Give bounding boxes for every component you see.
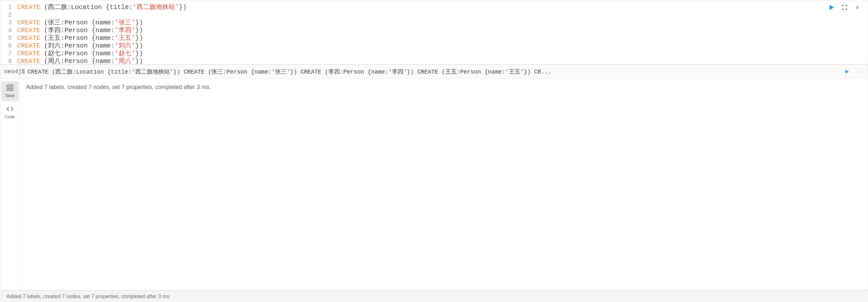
- string-value: '赵七': [115, 50, 135, 58]
- line-number: 8: [0, 58, 12, 64]
- line-number: 4: [0, 27, 12, 34]
- status-text: Added 7 labels, created 7 nodes, set 7 p…: [6, 294, 170, 299]
- expand-icon: [842, 5, 847, 10]
- editor-toolbar: ×: [828, 3, 861, 11]
- code-icon: [7, 106, 13, 114]
- keyword-create: CREATE: [17, 58, 40, 64]
- code-text: (西二旗:Location {title:: [40, 3, 133, 11]
- keyword-create: CREATE: [17, 34, 40, 42]
- editor-panel: × 1 CREATE (西二旗:Location {title: '西二旗地铁站…: [0, 0, 868, 64]
- line-number: 2: [0, 11, 12, 19]
- favorite-button[interactable]: ☆: [855, 68, 863, 76]
- string-value: '西二旗地铁站': [133, 3, 179, 11]
- status-bar: Added 7 labels, created 7 nodes, set 7 p…: [0, 291, 868, 302]
- keyword-create: CREATE: [17, 3, 40, 11]
- code-text: }): [135, 58, 143, 64]
- code-text: (张三:Person {name:: [40, 19, 115, 27]
- line-number: 1: [0, 3, 12, 11]
- code-text: }): [135, 19, 143, 27]
- string-value: '王五': [115, 34, 135, 42]
- result-message: Added 7 labels, created 7 nodes, set 7 p…: [26, 84, 211, 90]
- result-header-icons: ☆: [843, 68, 863, 76]
- line-number: 6: [0, 42, 12, 50]
- prompt-label: neo4j$: [4, 68, 25, 75]
- code-text: }): [135, 27, 143, 34]
- code-text: }): [179, 3, 187, 11]
- run-result-button[interactable]: [843, 68, 851, 76]
- keyword-create: CREATE: [17, 19, 40, 27]
- code-line-5: 5 CREATE (王五:Person {name: '王五' }): [0, 34, 868, 42]
- run-button[interactable]: [828, 3, 836, 11]
- expand-button[interactable]: [841, 3, 848, 11]
- code-line-2: 2: [0, 11, 868, 19]
- query-display: CREATE (西二旗:Location {title:'西二旗地铁站'}) C…: [28, 68, 552, 76]
- star-icon: ☆: [856, 68, 861, 75]
- tab-code[interactable]: Code: [1, 102, 19, 122]
- result-panel: neo4j$ CREATE (西二旗:Location {title:'西二旗地…: [0, 64, 868, 291]
- tab-table-label: Table: [5, 93, 15, 98]
- code-text: (王五:Person {name:: [40, 34, 115, 42]
- keyword-create: CREATE: [17, 42, 40, 50]
- keyword-create: CREATE: [17, 27, 40, 34]
- line-number: 3: [0, 19, 12, 27]
- string-value: '刘六': [115, 42, 135, 50]
- result-body: Table Code Added 7 labels, created 7 nod…: [0, 79, 868, 290]
- close-icon: ×: [856, 4, 859, 10]
- code-line-1: 1 CREATE (西二旗:Location {title: '西二旗地铁站' …: [0, 3, 868, 11]
- tab-code-label: Code: [5, 114, 15, 119]
- play-small-icon: [845, 70, 849, 73]
- code-line-6: 6 CREATE (刘六:Person {name: '刘六' }): [0, 42, 868, 50]
- code-text: (赵七:Person {name:: [40, 50, 115, 58]
- result-header: neo4j$ CREATE (西二旗:Location {title:'西二旗地…: [0, 65, 868, 79]
- result-sidebar: Table Code: [0, 79, 20, 290]
- tab-table[interactable]: Table: [1, 81, 19, 101]
- string-value: '李四': [115, 27, 135, 34]
- string-value: '张三': [115, 19, 135, 27]
- code-text: }): [135, 50, 143, 58]
- code-text: (周八:Person {name:: [40, 58, 115, 64]
- play-icon: [830, 5, 834, 10]
- code-line-7: 7 CREATE (赵七:Person {name: '赵七' }): [0, 50, 868, 58]
- svg-rect-0: [7, 85, 13, 91]
- table-icon: [7, 85, 13, 93]
- code-editor[interactable]: 1 CREATE (西二旗:Location {title: '西二旗地铁站' …: [0, 0, 868, 64]
- line-number: 7: [0, 50, 12, 58]
- line-number: 5: [0, 34, 12, 42]
- code-text: }): [135, 42, 143, 50]
- code-text: }): [135, 34, 143, 42]
- code-text: (李四:Person {name:: [40, 27, 115, 34]
- keyword-create: CREATE: [17, 50, 40, 58]
- code-text: (刘六:Person {name:: [40, 42, 115, 50]
- code-line-3: 3 CREATE (张三:Person {name: '张三' }): [0, 19, 868, 27]
- string-value: '周八': [115, 58, 135, 64]
- close-button[interactable]: ×: [854, 3, 861, 11]
- result-content: Added 7 labels, created 7 nodes, set 7 p…: [20, 79, 868, 290]
- code-line-4: 4 CREATE (李四:Person {name: '李四' }): [0, 27, 868, 34]
- code-line-8: 8 CREATE (周八:Person {name: '周八' }): [0, 58, 868, 64]
